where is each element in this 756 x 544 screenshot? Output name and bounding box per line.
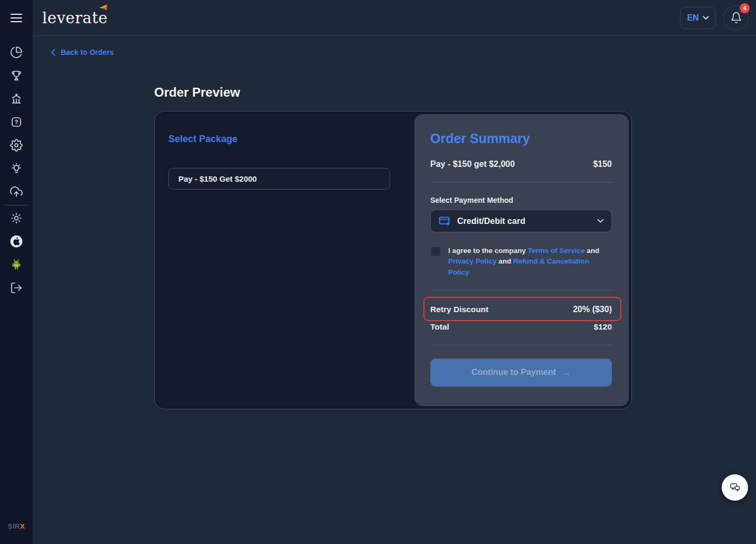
payment-method-value: Credit/Debit card (457, 217, 525, 226)
sidebar-item-cloud-upload[interactable] (5, 180, 28, 203)
header-actions: EN 4 (680, 5, 749, 31)
sidebar-divider (4, 205, 29, 205)
chevron-left-icon (51, 49, 55, 56)
sidebar-item-android[interactable] (5, 253, 28, 276)
notifications-button[interactable]: 4 (723, 5, 749, 31)
menu-button[interactable] (0, 0, 33, 36)
svg-text:?: ? (15, 119, 18, 125)
language-selector[interactable]: EN (680, 7, 716, 29)
package-select-value: Pay - $150 Get $2000 (178, 174, 257, 183)
retry-discount-label: Retry Discount (430, 305, 488, 314)
line-item-label: Pay - $150 get $2,000 (430, 160, 515, 169)
chevron-down-icon (597, 219, 604, 223)
sun-icon (10, 212, 23, 224)
retry-discount-value: 20% ($30) (573, 305, 612, 314)
help-icon: ? (10, 116, 23, 128)
order-summary-panel: Order Summary Pay - $150 get $2,000 $150… (414, 114, 629, 406)
summary-divider (430, 182, 612, 183)
gear-icon (10, 139, 23, 152)
package-select-input[interactable]: Pay - $150 Get $2000 (168, 168, 390, 190)
retry-discount-row: Retry Discount 20% ($30) (430, 301, 612, 318)
sidebar-item-logout[interactable] (5, 276, 28, 299)
lightbulb-icon (10, 162, 23, 175)
android-icon (10, 258, 23, 271)
terms-prefix: I agree to the company (448, 247, 528, 255)
terms-conj: and (497, 257, 514, 265)
language-label: EN (687, 13, 698, 23)
arrow-right-icon: → (561, 367, 571, 378)
continue-to-payment-label: Continue to Payment (471, 368, 556, 377)
sirx-logo-x: X (20, 522, 25, 530)
sidebar-item-settings[interactable] (5, 134, 28, 157)
leverate-logo: leverate (42, 9, 108, 27)
back-to-orders-label: Back to Orders (61, 48, 114, 57)
line-item-amount: $150 (593, 160, 612, 169)
sirx-logo: SIRX (8, 522, 25, 530)
sidebar-item-pie-chart[interactable] (5, 41, 28, 64)
terms-agreement-row: I agree to the company Terms of Service … (430, 246, 612, 278)
sidebar-item-brightness[interactable] (5, 207, 28, 230)
sidebar-item-bank[interactable] (5, 87, 28, 110)
top-header: leverate EN 4 (33, 0, 756, 36)
bell-icon (730, 12, 742, 24)
bank-icon (10, 92, 23, 105)
terms-conj: and (585, 247, 600, 255)
notification-badge: 4 (740, 3, 750, 13)
chat-icon (729, 481, 741, 494)
privacy-policy-link[interactable]: Privacy Policy (448, 257, 497, 265)
sidebar: ? SIRX (0, 0, 33, 544)
total-row: Total $120 (430, 322, 612, 332)
cloud-upload-icon (10, 185, 23, 198)
hamburger-icon (11, 14, 22, 23)
terms-of-service-link[interactable]: Terms of Service (528, 247, 585, 255)
chevron-down-icon (703, 16, 709, 20)
total-value: $120 (594, 322, 612, 332)
trophy-icon (10, 69, 23, 82)
continue-to-payment-button[interactable]: Continue to Payment → (430, 359, 612, 387)
page-title: Order Preview (154, 85, 240, 100)
sidebar-item-help[interactable]: ? (5, 110, 28, 134)
chat-widget-button[interactable] (722, 474, 748, 501)
order-preview-card: Select Package Pay - $150 Get $2000 Orde… (154, 111, 632, 409)
terms-checkbox[interactable] (430, 246, 441, 257)
terms-text: I agree to the company Terms of Service … (448, 246, 608, 278)
order-summary-heading: Order Summary (430, 131, 612, 146)
sidebar-item-idea[interactable] (5, 157, 28, 180)
summary-divider (430, 290, 612, 290)
credit-card-icon (438, 215, 451, 228)
pie-chart-icon (10, 46, 23, 59)
sidebar-item-trophy[interactable] (5, 64, 28, 87)
sidebar-nav: ? (4, 41, 29, 299)
logout-icon (10, 282, 23, 294)
total-label: Total (430, 322, 449, 332)
select-package-heading: Select Package (168, 134, 238, 145)
payment-method-select[interactable]: Credit/Debit card (430, 210, 612, 232)
summary-divider (430, 345, 612, 345)
summary-line-item: Pay - $150 get $2,000 $150 (430, 160, 612, 169)
leverate-logo-mark-icon (98, 3, 110, 14)
payment-method-label: Select Payment Method (430, 196, 612, 204)
sirx-logo-text: SIR (8, 522, 20, 530)
apple-icon (10, 235, 23, 248)
sidebar-item-apple[interactable] (5, 230, 28, 253)
back-to-orders-link[interactable]: Back to Orders (51, 48, 114, 57)
